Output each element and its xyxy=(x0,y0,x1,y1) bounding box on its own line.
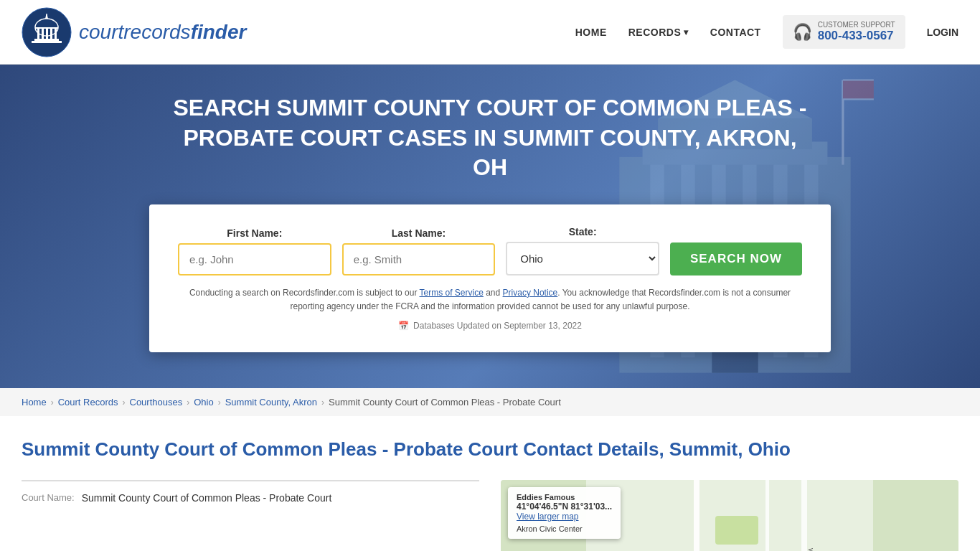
svg-rect-6 xyxy=(50,29,52,39)
state-group: State: AlabamaAlaskaArizonaArkansasCalif… xyxy=(506,226,659,276)
terms-link[interactable]: Terms of Service xyxy=(420,288,484,298)
hero-content: SEARCH SUMMIT COUNTY COURT OF COMMON PLE… xyxy=(22,93,958,352)
breadcrumb-summit[interactable]: Summit County, Akron xyxy=(225,397,317,408)
calendar-icon: 📅 xyxy=(398,321,409,331)
breadcrumb-court-records[interactable]: Court Records xyxy=(58,397,118,408)
last-name-input[interactable] xyxy=(342,243,496,276)
map-view-larger-link[interactable]: View larger map xyxy=(517,512,578,522)
main-content: Summit County Court of Common Pleas - Pr… xyxy=(0,416,980,551)
svg-rect-3 xyxy=(37,29,39,39)
svg-rect-37 xyxy=(715,516,758,545)
poi2-label: Akron Civic Center xyxy=(517,524,612,533)
svg-rect-5 xyxy=(46,29,48,39)
poi-label: Eddies Famous xyxy=(517,493,612,501)
court-name-row: Court Name: Summit County Court of Commo… xyxy=(22,492,479,504)
first-name-label: First Name: xyxy=(178,227,331,239)
section-title: Summit County Court of Common Pleas - Pr… xyxy=(22,438,958,462)
first-name-group: First Name: xyxy=(178,227,331,276)
state-label: State: xyxy=(506,226,659,237)
svg-rect-34 xyxy=(801,480,807,551)
state-select[interactable]: AlabamaAlaskaArizonaArkansasCaliforniaCo… xyxy=(506,242,659,276)
logo-text: courtrecordsfinder xyxy=(79,21,246,44)
search-fields: First Name: Last Name: State: AlabamaAla… xyxy=(178,226,802,276)
map-coordinates: 41°04'46.5"N 81°31'03... xyxy=(517,501,612,512)
logo-link[interactable]: courtrecordsfinder xyxy=(22,7,246,57)
court-name-label: Court Name: xyxy=(22,492,75,504)
breadcrumb-courthouses[interactable]: Courthouses xyxy=(130,397,183,408)
support-label: CUSTOMER SUPPORT xyxy=(818,21,895,29)
nav-contact[interactable]: CONTACT xyxy=(710,27,761,38)
breadcrumb-sep-4: › xyxy=(218,397,221,408)
nav-records[interactable]: RECORDS ▾ xyxy=(628,27,689,38)
logo-icon xyxy=(22,7,72,57)
last-name-group: Last Name: xyxy=(342,227,496,276)
nav-home[interactable]: HOME xyxy=(575,27,607,38)
chevron-down-icon: ▾ xyxy=(684,27,689,37)
breadcrumb-sep-2: › xyxy=(123,397,126,408)
svg-rect-8 xyxy=(34,39,59,41)
breadcrumb-sep-1: › xyxy=(51,397,54,408)
breadcrumb-ohio[interactable]: Ohio xyxy=(194,397,213,408)
headphone-icon: 🎧 xyxy=(793,23,812,42)
map-overlay-info: Eddies Famous 41°04'46.5"N 81°31'03... V… xyxy=(508,487,621,539)
breadcrumb-home[interactable]: Home xyxy=(22,397,47,408)
breadcrumb: Home › Court Records › Courthouses › Ohi… xyxy=(0,388,980,416)
map-panel: Wheeler St E Bowery St Eddies Famous 41°… xyxy=(501,480,958,551)
breadcrumb-sep-5: › xyxy=(321,397,324,408)
content-grid: Court Name: Summit County Court of Commo… xyxy=(22,480,958,551)
last-name-label: Last Name: xyxy=(342,227,496,239)
disclaimer-text: Conducting a search on Recordsfinder.com… xyxy=(178,286,802,314)
support-box: 🎧 CUSTOMER SUPPORT 800-433-0567 xyxy=(783,15,905,49)
court-name-value: Summit County Court of Common Pleas - Pr… xyxy=(82,492,332,504)
hero-title: SEARCH SUMMIT COUNTY COURT OF COMMON PLE… xyxy=(167,93,813,183)
svg-rect-7 xyxy=(55,29,57,39)
svg-rect-4 xyxy=(42,29,44,39)
site-header: courtrecordsfinder HOME RECORDS ▾ CONTAC… xyxy=(0,0,980,65)
map-placeholder: Wheeler St E Bowery St Eddies Famous 41°… xyxy=(501,480,958,551)
breadcrumb-sep-3: › xyxy=(187,397,189,408)
main-nav: HOME RECORDS ▾ CONTACT 🎧 CUSTOMER SUPPOR… xyxy=(575,15,958,49)
svg-text:Wheeler St: Wheeler St xyxy=(807,548,814,551)
svg-rect-9 xyxy=(32,41,62,43)
hero-section: SEARCH SUMMIT COUNTY COURT OF COMMON PLE… xyxy=(0,65,980,388)
support-phone: 800-433-0567 xyxy=(818,29,895,43)
details-panel: Court Name: Summit County Court of Commo… xyxy=(22,480,479,551)
svg-rect-2 xyxy=(35,27,58,29)
search-button[interactable]: SEARCH NOW xyxy=(670,242,802,276)
privacy-link[interactable]: Privacy Notice xyxy=(503,288,558,298)
nav-login[interactable]: LOGIN xyxy=(927,27,958,38)
search-box: First Name: Last Name: State: AlabamaAla… xyxy=(149,204,831,352)
breadcrumb-current: Summit County Court of Common Pleas - Pr… xyxy=(329,397,561,408)
db-updated: 📅 Databases Updated on September 13, 202… xyxy=(178,321,802,331)
first-name-input[interactable] xyxy=(178,243,331,276)
svg-rect-33 xyxy=(765,480,769,551)
svg-rect-32 xyxy=(694,480,699,551)
